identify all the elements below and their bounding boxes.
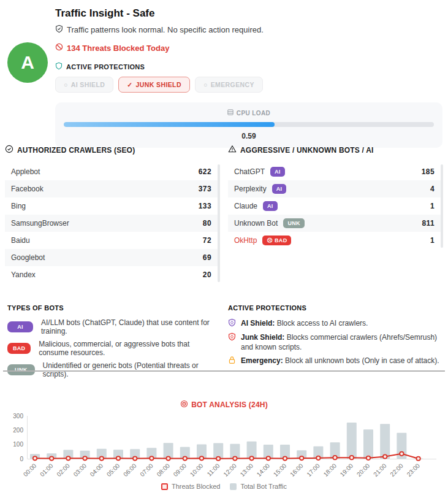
ai-shield-button[interactable]: ○ AI SHIELD [55, 77, 113, 93]
svg-text:10:00: 10:00 [189, 462, 205, 478]
chart-legend: Threats Blocked Total Bot Traffic [0, 483, 448, 490]
target-icon [180, 400, 188, 410]
protection-name: AI Shield: [241, 319, 275, 328]
shield-teal-icon [55, 62, 63, 71]
svg-text:06:00: 06:00 [122, 462, 138, 478]
total-swatch-icon [230, 483, 237, 490]
emergency-button[interactable]: ○ EMERGENCY [195, 77, 263, 93]
aggressive-bots-header: AGGRESSIVE / UNKNOWN BOTS / AI [228, 145, 443, 155]
bot-type-badge: AI [272, 184, 287, 194]
protection-name: Emergency: [241, 356, 283, 365]
active-protections-label: ACTIVE PROTECTIONS [55, 62, 442, 71]
bot-count: 1 [430, 236, 435, 245]
chart-title: BOT ANALYSIS (24H) [0, 400, 448, 410]
bot-count: 133 [199, 202, 211, 210]
bot-type-badge: BAD [7, 343, 31, 354]
svg-text:02:00: 02:00 [55, 462, 71, 478]
bot-type-badge: ☹BAD [262, 236, 291, 245]
cpu-load-value: 0.59 [64, 132, 434, 140]
svg-text:23:00: 23:00 [406, 462, 422, 478]
bot-type-badge: AI [7, 321, 33, 332]
table-row: Applebot622 [5, 163, 220, 180]
authorized-crawlers-header: AUTHORIZED CRAWLERS (SEO) [5, 145, 220, 155]
legend-total-bot-traffic[interactable]: Total Bot Traffic [230, 483, 287, 490]
svg-text:11:00: 11:00 [206, 462, 221, 477]
table-row: ClaudeAI1 [228, 197, 443, 215]
bot-count: 20 [203, 270, 211, 279]
bot-count: 72 [203, 236, 211, 245]
bot-type-badge: UNK [283, 218, 304, 228]
aggressive-bots-rows: ChatGPTAI185PerplexityAI4ClaudeAI1Unknow… [228, 163, 443, 249]
protection-legend-item: AI Shield: Block access to AI crawlers. [228, 318, 443, 329]
no-entry-icon [55, 43, 63, 53]
bot-type-badge: AI [270, 167, 285, 177]
bot-type-legend-item: AIAI/LLM bots (ChatGPT, Claude) that use… [7, 318, 221, 335]
header-section: Traffic Insight - Safe Traffic patterns … [55, 7, 442, 148]
bot-type-description: AI/LLM bots (ChatGPT, Claude) that use c… [41, 318, 221, 335]
threats-text: 134 Threats Blocked Today [67, 44, 169, 53]
cpu-progress-fill [64, 122, 275, 127]
threats-swatch-icon [161, 483, 168, 490]
svg-text:0: 0 [20, 456, 23, 462]
avatar-letter: A [21, 52, 34, 73]
bot-name: Perplexity [234, 185, 267, 193]
table-row: Baidu72 [5, 232, 220, 249]
bot-type-badge: UNK [7, 364, 35, 375]
svg-text:03:00: 03:00 [72, 462, 88, 478]
svg-text:19:00: 19:00 [339, 462, 355, 478]
threats-blocked-counter: 134 Threats Blocked Today [55, 43, 442, 53]
bot-count: 811 [422, 219, 435, 228]
svg-text:21:00: 21:00 [372, 462, 388, 478]
protection-legend-item: Emergency: Block all unknown bots (Only … [228, 356, 443, 366]
bot-count: 1 [430, 202, 435, 210]
junk-shield-button[interactable]: ✓ JUNK SHIELD [118, 77, 190, 93]
page-title: Traffic Insight - Safe [55, 7, 442, 20]
svg-text:15:00: 15:00 [272, 462, 288, 478]
svg-text:100: 100 [13, 441, 23, 448]
bot-name: OkHttp [234, 236, 257, 245]
svg-text:18:00: 18:00 [322, 462, 338, 478]
bot-name: Facebook [11, 185, 44, 193]
frown-face-icon: ☹ [267, 237, 273, 243]
bot-count: 69 [203, 253, 211, 262]
table-row: Facebook373 [5, 180, 220, 197]
table-row: PerplexityAI4 [228, 180, 443, 197]
authorized-crawlers-rows: Applebot622Facebook373Bing133SamsungBrow… [5, 163, 220, 283]
table-row: Googlebot69 [5, 249, 220, 266]
aggressive-bots-table: AGGRESSIVE / UNKNOWN BOTS / AI ChatGPTAI… [228, 145, 443, 283]
bot-name: Yandex [11, 270, 36, 279]
svg-text:14:00: 14:00 [256, 462, 271, 478]
cpu-load-label: CPU LOAD [64, 109, 434, 117]
legend-threats-blocked[interactable]: Threats Blocked [161, 483, 220, 490]
bot-tables: AUTHORIZED CRAWLERS (SEO) Applebot622Fac… [5, 145, 444, 283]
chart-plot-area: 010020030000:0001:0002:0003:0004:0005:00… [0, 412, 448, 482]
circle-icon: ○ [64, 81, 68, 88]
bot-name: Applebot [11, 167, 40, 176]
svg-text:16:00: 16:00 [289, 462, 305, 478]
bot-name: Unknown Bot [234, 219, 278, 228]
bot-name: Baidu [11, 236, 30, 245]
table-row: Yandex20 [5, 266, 220, 283]
cpu-load-card: CPU LOAD 0.59 [55, 102, 442, 148]
circle-icon: ○ [203, 81, 208, 88]
shield-check-icon [55, 25, 63, 35]
svg-text:04:00: 04:00 [89, 462, 105, 478]
svg-text:200: 200 [13, 427, 23, 434]
bot-name: ChatGPT [234, 167, 265, 176]
svg-text:17:00: 17:00 [305, 462, 321, 478]
scrollbar[interactable] [441, 164, 443, 248]
server-icon [227, 109, 233, 117]
bot-count: 622 [199, 167, 211, 176]
svg-text:22:00: 22:00 [389, 462, 404, 478]
protection-buttons: ○ AI SHIELD ✓ JUNK SHIELD ○ EMERGENCY [55, 77, 442, 93]
svg-text:13:00: 13:00 [239, 462, 255, 478]
check-icon: ✓ [127, 81, 132, 88]
bot-name: Bing [11, 202, 26, 210]
bot-type-badge: AI [263, 201, 278, 211]
avatar: A [7, 42, 48, 83]
cpu-progress-track [64, 122, 434, 127]
protections-info-title: ACTIVE PROTECTIONS [228, 304, 443, 312]
table-row: ChatGPTAI185 [228, 163, 443, 180]
scrollbar[interactable] [218, 164, 220, 282]
bot-name: Claude [234, 202, 257, 210]
